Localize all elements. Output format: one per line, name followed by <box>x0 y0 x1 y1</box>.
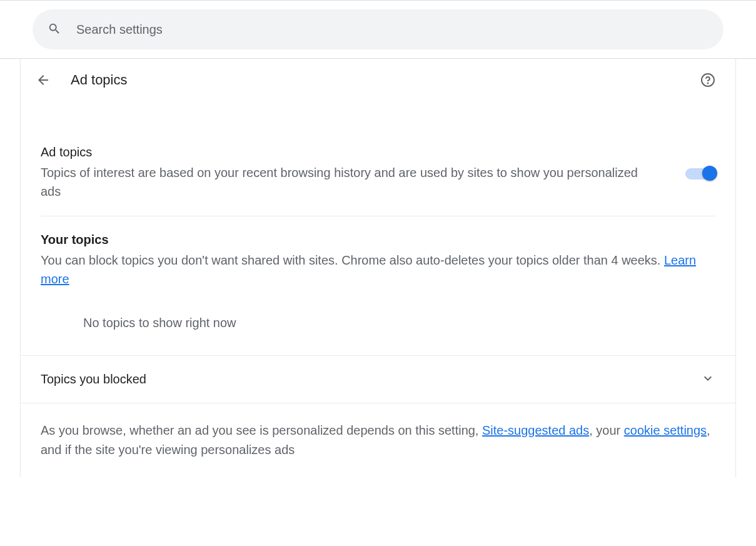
your-topics-description: You can block topics you don't want shar… <box>41 251 715 288</box>
help-button[interactable] <box>695 68 720 93</box>
page-title: Ad topics <box>71 72 695 88</box>
page-header: Ad topics <box>21 59 735 101</box>
cookie-settings-link[interactable]: cookie settings <box>624 423 707 437</box>
svg-point-1 <box>708 83 708 84</box>
chevron-down-icon <box>700 371 715 388</box>
no-topics-message: No topics to show right now <box>41 288 715 355</box>
topics-you-blocked-label: Topics you blocked <box>41 372 146 387</box>
ad-topics-toggle-row: Ad topics Topics of interest are based o… <box>41 145 715 216</box>
back-button[interactable] <box>31 68 56 93</box>
search-box[interactable] <box>33 9 723 49</box>
footer-description: As you browse, whether an ad you see is … <box>21 403 735 477</box>
ad-topics-title: Ad topics <box>41 145 660 159</box>
search-input[interactable] <box>76 23 708 37</box>
topics-you-blocked-row[interactable]: Topics you blocked <box>21 355 735 403</box>
your-topics-section: Your topics You can block topics you don… <box>41 216 715 355</box>
ad-topics-description: Topics of interest are based on your rec… <box>41 163 660 201</box>
site-suggested-ads-link[interactable]: Site-suggested ads <box>482 423 589 437</box>
settings-card: Ad topics Ad topics Topics of interest a… <box>20 59 736 477</box>
search-icon <box>48 22 61 38</box>
your-topics-heading: Your topics <box>41 233 715 247</box>
arrow-left-icon <box>36 73 51 88</box>
search-bar-container <box>0 1 756 59</box>
ad-topics-toggle[interactable] <box>685 167 715 179</box>
help-icon <box>700 73 715 88</box>
